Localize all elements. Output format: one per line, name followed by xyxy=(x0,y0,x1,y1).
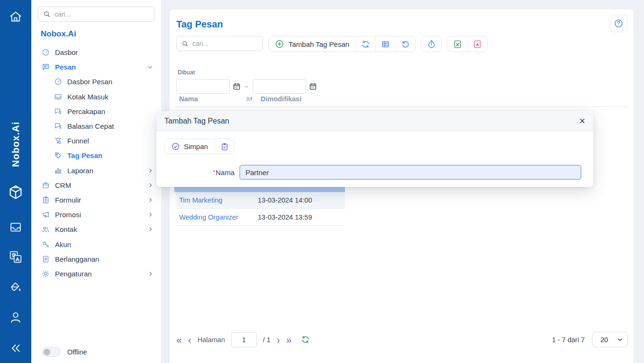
add-tag-button[interactable]: Tambah Tag Pesan xyxy=(269,36,355,52)
halaman-label: Halaman xyxy=(198,336,225,344)
calendar-icon[interactable] xyxy=(233,82,241,90)
columns-table-button[interactable] xyxy=(375,36,395,52)
date-range-filter: - xyxy=(176,79,317,94)
pager: « ‹ Halaman / 1 › » xyxy=(176,332,310,347)
column-header-nama[interactable]: Nama xyxy=(176,95,245,103)
column-header-dimodifikasi[interactable]: Dimodifikasi xyxy=(261,95,301,103)
table-footer: « ‹ Halaman / 1 › » 1 - 7 dari 7 20 xyxy=(176,331,628,348)
key-icon xyxy=(42,240,50,248)
dashboard-icon xyxy=(42,48,50,56)
chevron-right-icon xyxy=(147,182,154,188)
toggle-knob xyxy=(44,349,50,355)
export-excel-button[interactable] xyxy=(447,36,467,52)
megaphone-icon xyxy=(42,211,50,219)
date-separator: - xyxy=(245,83,248,90)
date-to-input[interactable] xyxy=(253,79,306,94)
save-button[interactable]: Simpan xyxy=(164,139,215,154)
sidebar-search-input[interactable] xyxy=(54,10,149,18)
stopwatch-button[interactable] xyxy=(421,36,441,52)
nama-field-row: *Nama xyxy=(156,165,581,180)
sidebar-item-pengaturan[interactable]: Pengaturan xyxy=(31,266,161,281)
chevron-right-icon xyxy=(147,197,154,203)
prev-page-icon[interactable]: ‹ xyxy=(188,335,191,345)
chevron-right-icon xyxy=(147,226,154,232)
brand-title: Nobox.Ai xyxy=(41,29,76,39)
export-group xyxy=(447,36,488,52)
sidebar-item-laporan[interactable]: Laporan xyxy=(31,163,161,178)
people-icon xyxy=(42,225,50,233)
table-row[interactable]: Tim Marketing 13-03-2024 14:00 xyxy=(176,192,345,209)
sidebar-item-berlangganan[interactable]: Berlangganan xyxy=(31,252,161,266)
page-title: Tag Pesan xyxy=(176,19,223,30)
translate-icon[interactable] xyxy=(0,250,31,264)
sidebar-item-dasbor[interactable]: Dasbor xyxy=(31,45,161,60)
next-page-icon[interactable]: › xyxy=(277,335,280,345)
timer-group xyxy=(421,36,442,52)
header-divider xyxy=(176,106,628,107)
sidebar-item-kotak-masuk[interactable]: Kotak Masuk xyxy=(31,89,161,104)
chevron-down-icon xyxy=(147,64,154,71)
table-row[interactable]: Wedding Organizer 13-03-2024 13:59 xyxy=(176,209,345,226)
sidebar-search[interactable] xyxy=(38,7,154,22)
save-group: Simpan xyxy=(164,139,235,154)
nobox-box-logo-icon[interactable] xyxy=(0,184,31,201)
page-number-input[interactable] xyxy=(231,332,257,347)
chat-bubbles-icon xyxy=(54,122,62,130)
tag-link[interactable]: Wedding Organizer xyxy=(179,213,238,221)
chat-bubbles-icon xyxy=(54,107,62,115)
selected-row-partial[interactable] xyxy=(174,186,345,192)
first-page-icon[interactable]: « xyxy=(176,335,182,345)
nama-label: *Nama xyxy=(156,168,239,177)
sidebar-item-akun[interactable]: Akun xyxy=(31,237,161,251)
clipboard-check-icon xyxy=(220,142,229,151)
ink-theme-icon[interactable] xyxy=(0,280,31,293)
gear-icon xyxy=(42,270,50,278)
sidebar-item-kontak[interactable]: Kontak xyxy=(31,222,161,237)
sidebar-item-dasbor-pesan[interactable]: Dasbor Pesan xyxy=(31,74,161,89)
table-search[interactable] xyxy=(176,36,263,51)
sidebar-item-pesan[interactable]: Pesan xyxy=(31,60,161,74)
briefcase-icon xyxy=(42,181,50,189)
tag-link[interactable]: Tim Marketing xyxy=(179,196,222,204)
search-icon xyxy=(181,40,189,47)
close-icon[interactable]: × xyxy=(579,116,585,126)
date-from-input[interactable] xyxy=(176,79,230,94)
sidebar: Nobox.Ai Dasbor Pesan Dasbor Pesan Kotak… xyxy=(31,0,161,363)
table-actions-group: Tambah Tag Pesan xyxy=(268,36,416,52)
dibuat-label: Dibuat xyxy=(178,69,195,76)
chevron-right-icon xyxy=(147,168,154,174)
sidebar-item-formulir[interactable]: Formulir xyxy=(31,193,161,207)
user-profile-icon[interactable] xyxy=(0,310,31,324)
sort-icon[interactable] xyxy=(245,95,261,103)
sidebar-item-balasan-cepat[interactable]: Balasan Cepat xyxy=(31,119,161,133)
search-icon xyxy=(43,10,51,18)
total-pages: / 1 xyxy=(263,336,271,344)
page-size-select[interactable]: 20 xyxy=(592,332,628,347)
inbox-icon[interactable] xyxy=(0,221,31,234)
sidebar-item-promosi[interactable]: Promosi xyxy=(31,207,161,222)
collapse-sidebar-icon[interactable] xyxy=(0,342,31,355)
sidebar-item-funnel[interactable]: Funnel xyxy=(31,133,161,148)
export-pdf-button[interactable] xyxy=(467,36,487,52)
last-page-icon[interactable]: » xyxy=(286,335,292,345)
refresh-table-icon[interactable] xyxy=(301,335,310,344)
home-icon[interactable] xyxy=(0,9,31,24)
check-circle-icon xyxy=(171,142,180,151)
chevron-right-icon xyxy=(147,212,154,218)
sidebar-item-percakapan[interactable]: Percakapan xyxy=(31,104,161,119)
sidebar-item-tag-pesan[interactable]: Tag Pesan xyxy=(31,148,161,163)
refresh-button[interactable] xyxy=(355,36,375,52)
page-size-dropdown[interactable]: 20 xyxy=(592,332,628,347)
sidebar-item-crm[interactable]: CRM xyxy=(31,178,161,193)
save-and-new-button[interactable] xyxy=(215,139,234,154)
sidebar-nav: Dasbor Pesan Dasbor Pesan Kotak Masuk Pe… xyxy=(31,45,161,281)
reset-button[interactable] xyxy=(395,36,415,52)
nama-input[interactable] xyxy=(239,165,581,180)
clipboard-icon xyxy=(42,196,50,204)
offline-row: Offline xyxy=(42,347,87,357)
calendar-icon[interactable] xyxy=(309,82,317,90)
modified-date: 13-03-2024 14:00 xyxy=(258,196,312,204)
offline-toggle[interactable] xyxy=(42,347,61,357)
help-button[interactable] xyxy=(610,15,627,32)
table-search-input[interactable] xyxy=(192,40,249,47)
